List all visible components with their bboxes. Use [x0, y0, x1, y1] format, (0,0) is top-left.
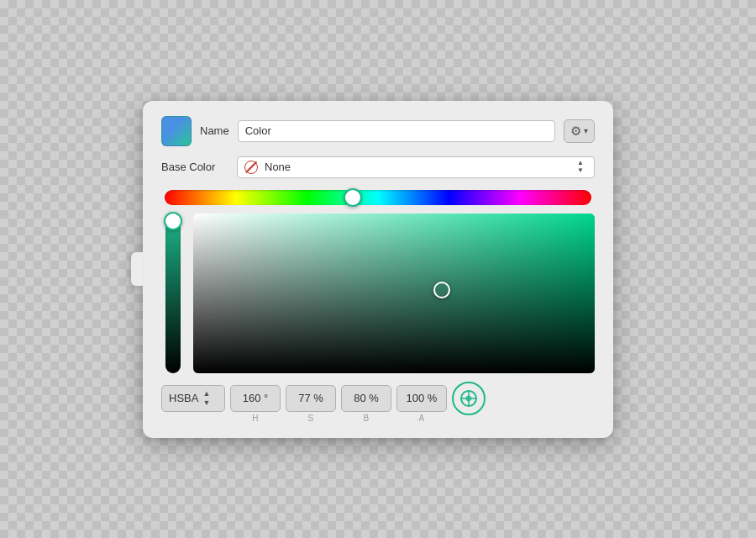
mode-select[interactable]: HSBA ▲ ▼ [161, 385, 225, 412]
base-color-row: Base Color None ▲ ▼ [161, 156, 595, 178]
stepper-up-icon: ▲ [577, 160, 584, 166]
top-row: Name ⚙ ▾ [161, 116, 595, 146]
b-input[interactable]: 80 % [341, 385, 391, 412]
h-input[interactable]: 160 ° [230, 385, 281, 412]
mode-select-wrap: HSBA ▲ ▼ [161, 385, 225, 412]
vertical-thumb[interactable] [164, 212, 182, 230]
s-input-group: 77 % S [286, 385, 336, 423]
dropdown-arrow-icon: ▾ [584, 126, 588, 135]
vertical-slider-wrap [161, 214, 185, 373]
color-swatch[interactable] [161, 116, 192, 146]
crosshair-button[interactable] [452, 382, 486, 415]
base-color-none-text: None [265, 161, 570, 173]
a-input[interactable]: 100 % [396, 385, 447, 412]
color-picker-panel: Name ⚙ ▾ Base Color None ▲ ▼ [143, 101, 613, 438]
stepper-down-icon: ▼ [577, 167, 584, 174]
a-input-group: 100 % A [396, 385, 447, 423]
s-label: S [307, 414, 313, 423]
bottom-row: HSBA ▲ ▼ 160 ° H 77 % S 80 % B [161, 385, 595, 423]
crosshair-icon [459, 388, 479, 409]
base-color-stepper[interactable]: ▲ ▼ [577, 160, 587, 174]
b-label: B [363, 414, 369, 423]
base-color-label: Base Color [161, 161, 228, 173]
b-input-group: 80 % B [341, 385, 391, 423]
mode-label: HSBA [169, 392, 198, 404]
color-square-gradient [193, 214, 595, 373]
hue-thumb[interactable] [344, 188, 362, 207]
gear-icon: ⚙ [570, 124, 581, 139]
base-color-select[interactable]: None ▲ ▼ [237, 156, 595, 178]
mode-stepper[interactable]: ▲ ▼ [202, 389, 210, 408]
mode-up-icon: ▲ [202, 389, 210, 398]
hue-slider-row [161, 190, 595, 205]
h-input-group: 160 ° H [230, 385, 281, 423]
a-label: A [418, 414, 424, 423]
hue-slider-track[interactable] [165, 190, 591, 205]
s-input[interactable]: 77 % [286, 385, 336, 412]
name-input[interactable] [238, 120, 555, 142]
color-square[interactable] [193, 214, 595, 373]
main-area [161, 214, 595, 373]
name-label: Name [200, 124, 229, 137]
square-thumb[interactable] [433, 282, 450, 298]
none-icon [244, 161, 258, 174]
gear-button[interactable]: ⚙ ▾ [564, 119, 595, 143]
h-label: H [252, 414, 259, 423]
mode-down-icon: ▼ [202, 398, 210, 408]
vertical-slider-track[interactable] [165, 214, 181, 373]
crosshair-group [452, 385, 486, 415]
